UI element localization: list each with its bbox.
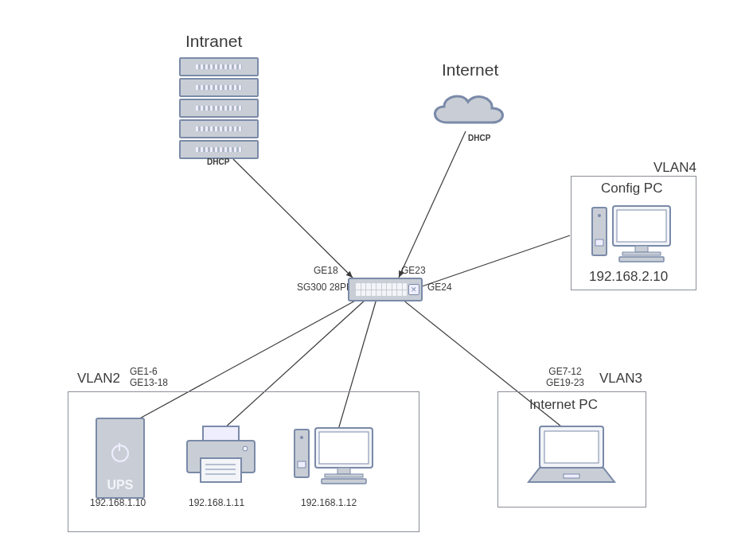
internet-proto: DHCP [468, 134, 490, 142]
ups-icon: UPS [96, 418, 145, 499]
printer-ip: 192.168.1.11 [189, 497, 244, 508]
svg-point-20 [243, 446, 248, 451]
svg-rect-9 [595, 239, 603, 246]
svg-line-0 [233, 159, 353, 278]
svg-rect-27 [298, 461, 306, 468]
svg-rect-11 [617, 210, 666, 242]
vlan2-pc-ip: 192.168.1.12 [301, 497, 357, 508]
ups-ip: 192.168.1.10 [90, 497, 146, 508]
port-ge24: GE24 [427, 282, 452, 293]
switch-model: SG300 28PP [297, 282, 353, 293]
vlan3-device: Internet PC [529, 397, 598, 413]
vlan4-name: VLAN4 [653, 160, 696, 176]
vlan2-name: VLAN2 [77, 371, 120, 387]
svg-rect-13 [622, 252, 661, 255]
vlan2-pc-icon [293, 422, 380, 489]
svg-rect-17 [564, 474, 579, 478]
laptop-icon [524, 422, 619, 489]
svg-rect-29 [319, 432, 369, 464]
svg-rect-14 [619, 257, 664, 262]
vlan3-name: VLAN3 [599, 371, 642, 387]
svg-rect-32 [322, 479, 366, 484]
svg-rect-31 [325, 474, 363, 477]
cloud-icon [423, 84, 511, 132]
server-icon [179, 57, 259, 161]
vlan4-ip: 192.168.2.10 [589, 269, 668, 285]
internet-title: Internet [442, 60, 498, 80]
port-ge18: GE18 [314, 265, 338, 276]
svg-point-8 [598, 214, 601, 217]
ups-label: UPS [107, 478, 134, 492]
switch-icon: ✕ [348, 278, 423, 301]
intranet-proto: DHCP [207, 158, 229, 166]
vlan4-device: Config PC [601, 181, 662, 196]
printer-icon [183, 425, 259, 488]
svg-rect-30 [337, 468, 350, 474]
svg-point-26 [300, 436, 303, 439]
intranet-title: Intranet [185, 32, 242, 51]
svg-line-2 [422, 235, 570, 286]
vlan3-ports: GE7-12 GE19-23 [546, 366, 584, 388]
port-ge23: GE23 [401, 265, 426, 276]
svg-line-1 [399, 131, 466, 278]
svg-rect-12 [635, 246, 648, 252]
svg-rect-21 [201, 458, 241, 482]
svg-rect-16 [544, 431, 599, 463]
vlan2-ports: GE1-6 GE13-18 [130, 366, 168, 388]
config-pc-icon [591, 200, 678, 267]
